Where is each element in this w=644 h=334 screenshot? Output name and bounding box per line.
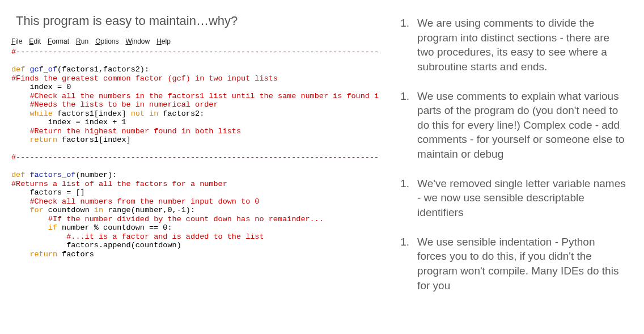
bullet-text: We are using comments to divide the prog…: [417, 16, 627, 74]
code-line: while factors1[index] not in factors2:: [11, 109, 379, 119]
code-line: return factors: [11, 250, 379, 259]
bullet-list: 1.We are using comments to divide the pr…: [390, 16, 627, 293]
code-line: [11, 145, 379, 154]
code-line: factors = []: [11, 188, 379, 197]
bullet-text: We use sensible indentation - Python for…: [417, 235, 627, 293]
code-line: def gcf_of(factors1,factors2):: [11, 65, 379, 74]
bullet-item: 1.We are using comments to divide the pr…: [390, 16, 627, 74]
code-line: #Finds the greatest common factor (gcf) …: [11, 74, 379, 83]
bullet-number: 1.: [390, 235, 417, 250]
code-line: [11, 57, 379, 66]
code-line: if number % countdown == 0:: [11, 223, 379, 232]
ide-menu-item[interactable]: Options: [95, 37, 118, 45]
code-line: index = index + 1: [11, 118, 379, 127]
bullet-number: 1.: [390, 176, 417, 191]
ide-menu-item[interactable]: File: [11, 37, 22, 45]
bullet-text: We've removed single letter variable nam…: [417, 176, 627, 220]
code-line: #---------------------------------------…: [11, 48, 379, 57]
ide-menu-item[interactable]: Help: [156, 37, 171, 45]
bullet-item: 1.We use comments to explain what variou…: [390, 89, 627, 162]
bullet-number: 1.: [390, 89, 417, 104]
bullet-text: We use comments to explain what various …: [417, 89, 627, 162]
ide-window: FileEditFormatRunOptionsWindowHelp #----…: [11, 36, 379, 259]
ide-menu-bar: FileEditFormatRunOptionsWindowHelp: [11, 36, 379, 48]
question-text: This program is easy to maintain…why?: [16, 14, 379, 28]
code-line: #If the number divided by the count down…: [11, 215, 379, 224]
code-line: [11, 162, 379, 171]
ide-menu-item[interactable]: Window: [126, 37, 150, 45]
code-line: index = 0: [11, 83, 379, 92]
ide-menu-item[interactable]: Format: [48, 37, 69, 45]
code-line: #Check all numbers from the number input…: [11, 197, 379, 206]
code-line: #Check all the numbers in the factors1 l…: [11, 92, 379, 101]
code-line: #---------------------------------------…: [11, 153, 379, 162]
code-line: #Returns a list of all the factors for a…: [11, 180, 379, 189]
code-line: factors.append(countdown): [11, 241, 379, 250]
bullet-item: 1.We've removed single letter variable n…: [390, 176, 627, 220]
bullet-item: 1.We use sensible indentation - Python f…: [390, 235, 627, 293]
ide-menu-item[interactable]: Edit: [29, 37, 41, 45]
code-line: for countdown in range(number,0,-1):: [11, 206, 379, 215]
bullet-number: 1.: [390, 16, 417, 31]
code-block: #---------------------------------------…: [11, 48, 379, 259]
left-column: This program is easy to maintain…why? Fi…: [11, 11, 390, 328]
right-column: 1.We are using comments to divide the pr…: [390, 11, 627, 328]
ide-menu-item[interactable]: Run: [76, 37, 88, 45]
code-line: def factors_of(number):: [11, 171, 379, 180]
code-line: #Return the highest number found in both…: [11, 127, 379, 136]
code-line: #Needs the lists to be in numerical orde…: [11, 100, 379, 109]
slide: This program is easy to maintain…why? Fi…: [0, 0, 644, 334]
code-line: #...it is a factor and is added to the l…: [11, 232, 379, 242]
code-line: return factors1[index]: [11, 136, 379, 145]
